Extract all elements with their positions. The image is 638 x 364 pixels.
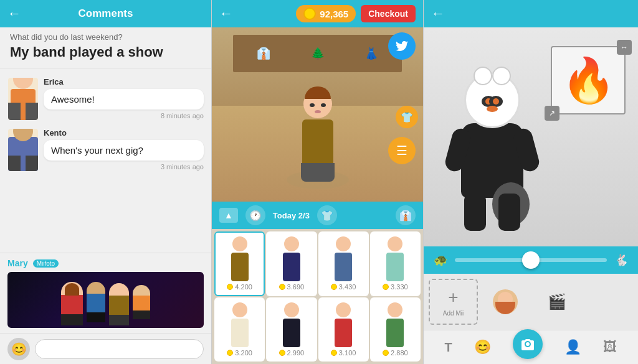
comment-item: Erica Awesome! 8 minutes ago bbox=[0, 73, 211, 124]
panda-ear-right bbox=[492, 67, 511, 85]
price-value: 4.200 bbox=[235, 283, 252, 291]
price-coin-icon bbox=[279, 284, 285, 290]
price-value: 3.430 bbox=[339, 283, 356, 291]
clothes-item[interactable]: 2.990 bbox=[266, 297, 317, 362]
figure-head bbox=[284, 236, 299, 251]
clothes-figure bbox=[327, 236, 359, 281]
gallery-nav-item[interactable]: 🖼 bbox=[603, 339, 617, 355]
clothes-item[interactable]: 3.100 bbox=[318, 297, 369, 362]
add-mii-tool[interactable]: + Add Mii bbox=[429, 279, 478, 325]
figure-head bbox=[388, 236, 402, 251]
figure-body bbox=[386, 253, 404, 281]
mary-header: Mary Miifoto bbox=[7, 258, 204, 268]
back-arrow-icon[interactable]: ← bbox=[431, 6, 445, 22]
panda-eye-inner bbox=[493, 98, 499, 105]
mii-thumb-tool[interactable] bbox=[480, 279, 530, 325]
figure-body bbox=[386, 319, 404, 347]
figure-body bbox=[283, 319, 300, 347]
menu-button[interactable]: ☰ bbox=[388, 137, 416, 164]
editor-canvas: 🔥 ↔ ↗ bbox=[424, 27, 638, 246]
speed-knob[interactable] bbox=[522, 251, 540, 269]
clothes-item[interactable]: 3.330 bbox=[370, 231, 421, 296]
speed-bar: 🐢 🐇 bbox=[424, 246, 638, 274]
price-coin-icon bbox=[331, 350, 337, 356]
profile-icon: 👤 bbox=[564, 339, 581, 355]
camera-nav-button[interactable] bbox=[513, 329, 543, 359]
answer-text: My band played a show bbox=[0, 44, 211, 68]
figure-head bbox=[232, 236, 247, 251]
figure-body bbox=[283, 253, 300, 281]
question-text: What did you do last weekend? bbox=[0, 27, 211, 44]
clothes-figure bbox=[379, 302, 411, 347]
add-mii-label: Add Mii bbox=[443, 310, 464, 317]
back-arrow-icon[interactable]: ← bbox=[7, 6, 21, 22]
scene-tool[interactable]: 🎬 bbox=[532, 279, 581, 325]
commenter-name: Kento bbox=[44, 128, 204, 138]
twitter-button[interactable] bbox=[388, 32, 416, 60]
comment-input[interactable] bbox=[35, 339, 204, 359]
sticker-container[interactable]: 🔥 ↔ ↗ bbox=[551, 46, 626, 114]
clothing-side-item[interactable]: 👕 bbox=[396, 106, 418, 128]
text-nav-item[interactable]: T bbox=[445, 340, 452, 355]
panda-face bbox=[475, 86, 509, 117]
coin-icon bbox=[303, 7, 316, 20]
figure-head bbox=[284, 302, 299, 317]
panda-nose bbox=[487, 106, 498, 112]
clothes-price: 3.430 bbox=[331, 283, 356, 291]
comment-time: 8 minutes ago bbox=[44, 112, 204, 119]
checkout-button[interactable]: Checkout bbox=[361, 5, 416, 22]
camera-icon bbox=[520, 338, 535, 350]
expand-button[interactable]: ▲ bbox=[219, 208, 238, 223]
mii-head bbox=[303, 90, 332, 118]
clothes-item[interactable]: 2.880 bbox=[370, 297, 421, 362]
emoji-icon: 😊 bbox=[474, 339, 491, 355]
speed-slider[interactable] bbox=[455, 258, 607, 262]
clothes-item[interactable]: 3.430 bbox=[318, 231, 369, 296]
clothes-icon: 👔 bbox=[396, 205, 416, 225]
mary-photo[interactable] bbox=[7, 272, 204, 328]
clothes-price: 3.200 bbox=[227, 349, 252, 357]
clothes-figure bbox=[224, 302, 256, 347]
panda-leg-left bbox=[464, 194, 486, 231]
mii-body bbox=[302, 119, 333, 163]
comment-input-bar: 😊 bbox=[0, 333, 211, 364]
panda-ear-left bbox=[474, 67, 492, 85]
emoji-nav-item[interactable]: 😊 bbox=[474, 339, 491, 355]
shop-header: ← 92,365 Checkout bbox=[212, 0, 423, 27]
back-arrow-icon[interactable]: ← bbox=[219, 6, 233, 22]
clothes-price: 3.690 bbox=[279, 283, 305, 291]
shop-shelf: 👔 🌲 👗 bbox=[233, 35, 402, 72]
avatar bbox=[7, 128, 39, 172]
clapperboard-icon: 🎬 bbox=[548, 293, 566, 310]
price-value: 2.880 bbox=[391, 349, 408, 357]
clothes-price: 3.100 bbox=[331, 349, 356, 357]
clothes-figure bbox=[275, 302, 308, 347]
figure-head bbox=[232, 302, 247, 317]
comment-content: Kento When's your next gig? 3 minutes ag… bbox=[44, 128, 204, 170]
clothes-price: 2.990 bbox=[279, 349, 305, 357]
price-coin-icon bbox=[383, 284, 389, 290]
clothes-figure bbox=[379, 236, 411, 281]
shelf-item: 🌲 bbox=[311, 47, 325, 60]
tools-panel: + Add Mii 🎬 bbox=[424, 274, 638, 330]
price-coin-icon bbox=[331, 284, 337, 290]
clothes-item[interactable]: 4.200 bbox=[214, 231, 265, 296]
sticker-resize-handle[interactable]: ↔ bbox=[617, 40, 632, 55]
sticker-move-handle[interactable]: ↗ bbox=[545, 106, 559, 121]
rabbit-icon: 🐇 bbox=[614, 253, 628, 267]
figure-body bbox=[335, 319, 352, 347]
shop-panel: ← 92,365 Checkout 👔 🌲 👗 bbox=[212, 0, 424, 364]
gallery-icon: 🖼 bbox=[603, 339, 617, 355]
outfit-icon: 👕 bbox=[317, 205, 337, 225]
price-value: 3.200 bbox=[235, 349, 252, 357]
figure-body bbox=[335, 253, 352, 281]
comment-bubble: When's your next gig? bbox=[44, 140, 204, 161]
clothes-item[interactable]: 3.690 bbox=[266, 231, 317, 296]
clothes-item[interactable]: 3.200 bbox=[214, 297, 265, 362]
price-coin-icon bbox=[279, 350, 285, 356]
figure-body bbox=[231, 319, 249, 347]
profile-nav-item[interactable]: 👤 bbox=[564, 339, 581, 355]
comments-title: Comments bbox=[79, 7, 133, 20]
comments-header: ← Comments bbox=[0, 0, 211, 27]
coin-amount: 92,365 bbox=[320, 9, 348, 19]
